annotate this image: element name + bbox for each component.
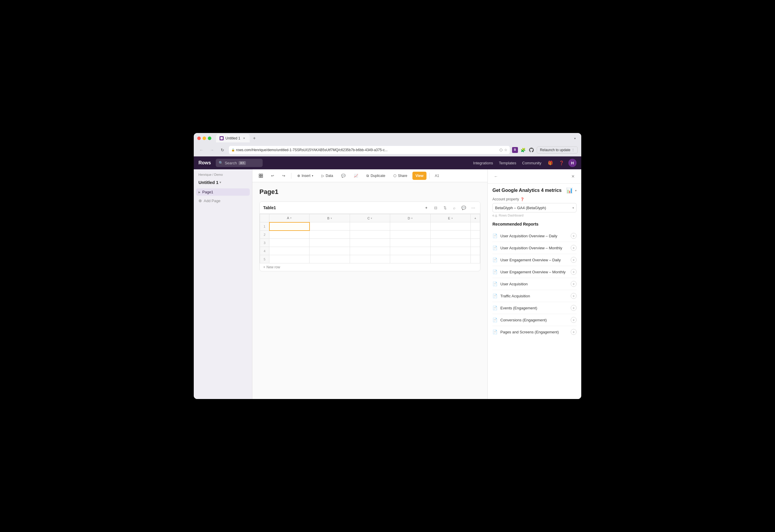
report-add-button[interactable]: + <box>571 269 577 275</box>
more-table-icon[interactable]: ⋯ <box>470 204 477 211</box>
active-tab[interactable]: Untitled 1 ✕ <box>216 134 250 142</box>
cell-b1[interactable] <box>309 222 350 231</box>
sidebar-item-page1[interactable]: ▶ Page1 <box>196 188 250 196</box>
cell-a3[interactable] <box>269 239 309 247</box>
cell-extra-3[interactable] <box>471 239 480 247</box>
comment-button[interactable]: 💬 <box>338 172 348 180</box>
report-item-events[interactable]: 📄 Events (Engagement) + <box>493 302 577 314</box>
report-item-conversions[interactable]: 📄 Conversions (Engagement) + <box>493 314 577 326</box>
report-add-button[interactable]: + <box>571 245 577 251</box>
help-icon[interactable]: ❓ <box>557 159 566 167</box>
report-add-button[interactable]: + <box>571 317 577 323</box>
report-item-user-acq-monthly[interactable]: 📄 User Acquisition Overview – Monthly + <box>493 242 577 254</box>
report-add-button[interactable]: + <box>571 305 577 311</box>
col-b-dropdown-icon[interactable]: ▾ <box>330 217 332 220</box>
chart-button[interactable]: 📈 <box>351 172 361 180</box>
bookmark-icon[interactable]: ☆ <box>504 148 507 152</box>
report-add-button[interactable]: + <box>571 257 577 263</box>
duplicate-button[interactable]: ⧉ Duplicate <box>363 172 388 180</box>
github-icon[interactable] <box>529 147 534 153</box>
account-property-select[interactable]: BetaGlyph – GA4 (BetaGlyph) ▾ <box>493 203 577 212</box>
share-url-icon[interactable]: ⬡ <box>500 148 503 152</box>
cell-d4[interactable] <box>390 247 430 255</box>
forward-button[interactable]: → <box>208 146 216 154</box>
cell-extra-5[interactable] <box>471 255 480 263</box>
cell-extra-4[interactable] <box>471 247 480 255</box>
col-add-button[interactable]: + <box>471 214 480 222</box>
account-property-help-icon[interactable]: ❓ <box>520 197 524 201</box>
report-item-user-eng-daily[interactable]: 📄 User Engagement Overview – Daily + <box>493 254 577 266</box>
cell-b3[interactable] <box>309 239 350 247</box>
new-row-button[interactable]: + New row <box>260 263 480 271</box>
view-button[interactable]: View <box>413 172 426 180</box>
col-header-c[interactable]: C ▾ <box>350 214 390 222</box>
report-add-button[interactable]: + <box>571 293 577 299</box>
cell-c2[interactable] <box>350 231 390 239</box>
cell-b5[interactable] <box>309 255 350 263</box>
share-button[interactable]: ⬡ Share <box>391 172 410 180</box>
report-item-user-acquisition[interactable]: 📄 User Acquisition + <box>493 278 577 290</box>
cell-d1[interactable] <box>390 222 430 231</box>
col-e-dropdown-icon[interactable]: ▾ <box>452 217 453 220</box>
cell-e1[interactable] <box>430 222 471 231</box>
nav-templates[interactable]: Templates <box>499 161 516 165</box>
cell-d3[interactable] <box>390 239 430 247</box>
minimize-button[interactable] <box>202 137 206 140</box>
report-item-traffic-acquisition[interactable]: 📄 Traffic Acquisition + <box>493 290 577 302</box>
reload-button[interactable]: ↻ <box>218 146 226 154</box>
cell-e5[interactable] <box>430 255 471 263</box>
report-add-button[interactable]: + <box>571 281 577 287</box>
panel-title-chevron-icon[interactable]: ▾ <box>575 189 577 192</box>
panel-back-button[interactable]: ← <box>493 173 500 180</box>
nav-integrations[interactable]: Integrations <box>473 161 493 165</box>
undo-button[interactable]: ↩ <box>268 172 277 180</box>
cell-e2[interactable] <box>430 231 471 239</box>
cell-a2[interactable] <box>269 231 309 239</box>
cell-e4[interactable] <box>430 247 471 255</box>
report-item-pages-screens[interactable]: 📄 Pages and Screens (Engagement) + <box>493 326 577 338</box>
cell-c1[interactable] <box>350 222 390 231</box>
chevron-down-icon[interactable]: ▾ <box>572 135 578 141</box>
cell-a5[interactable] <box>269 255 309 263</box>
cell-c5[interactable] <box>350 255 390 263</box>
report-item-user-eng-monthly[interactable]: 📄 User Engagement Overview – Monthly + <box>493 266 577 278</box>
nav-community[interactable]: Community <box>522 161 541 165</box>
cell-c3[interactable] <box>350 239 390 247</box>
col-header-e[interactable]: E ▾ <box>430 214 471 222</box>
col-d-dropdown-icon[interactable]: ▾ <box>411 217 413 220</box>
col-c-dropdown-icon[interactable]: ▾ <box>371 217 372 220</box>
comment-table-icon[interactable]: 💬 <box>460 204 467 211</box>
close-button[interactable] <box>197 137 201 140</box>
relaunch-button[interactable]: Relaunch to update ⋮ <box>537 146 578 154</box>
data-button[interactable]: ▷ Data <box>318 172 336 180</box>
tab-close-button[interactable]: ✕ <box>242 136 246 140</box>
cell-b2[interactable] <box>309 231 350 239</box>
redo-button[interactable]: ↪ <box>279 172 288 180</box>
cell-extra-2[interactable] <box>471 231 480 239</box>
url-bar[interactable]: 🔒 rows.com/Henrique/demo/untitled-1-7SSR… <box>229 146 510 154</box>
extensions-icon[interactable]: 🧩 <box>520 147 526 153</box>
sort-icon[interactable]: ⇅ <box>442 204 449 211</box>
col-header-d[interactable]: D ▾ <box>390 214 430 222</box>
col-header-b[interactable]: B ▾ <box>309 214 350 222</box>
cell-e3[interactable] <box>430 239 471 247</box>
new-tab-button[interactable]: + <box>251 135 258 142</box>
report-add-button[interactable]: + <box>571 329 577 335</box>
cell-a1[interactable] <box>269 222 309 231</box>
layout-toggle-button[interactable] <box>256 172 266 180</box>
rows-extension-icon[interactable]: R <box>512 147 518 153</box>
user-avatar[interactable]: H <box>568 159 577 167</box>
panel-close-button[interactable]: ✕ <box>570 173 577 180</box>
report-item-user-acq-daily[interactable]: 📄 User Acquisition Overview – Daily + <box>493 230 577 242</box>
doc-title[interactable]: Untitled 1 ▾ <box>196 179 250 186</box>
col-a-dropdown-icon[interactable]: ▾ <box>290 216 292 219</box>
col-header-a[interactable]: A ▾ <box>269 214 309 222</box>
insert-button[interactable]: ⊕ Insert ▾ <box>294 172 316 180</box>
search-bar[interactable]: 🔍 Search ⌘K <box>216 159 263 167</box>
cell-d2[interactable] <box>390 231 430 239</box>
filter-icon[interactable]: ⊟ <box>432 204 439 211</box>
report-add-button[interactable]: + <box>571 233 577 239</box>
cell-extra-1[interactable] <box>471 222 480 231</box>
filter-sparkle-icon[interactable]: ✦ <box>423 204 430 211</box>
cell-d5[interactable] <box>390 255 430 263</box>
